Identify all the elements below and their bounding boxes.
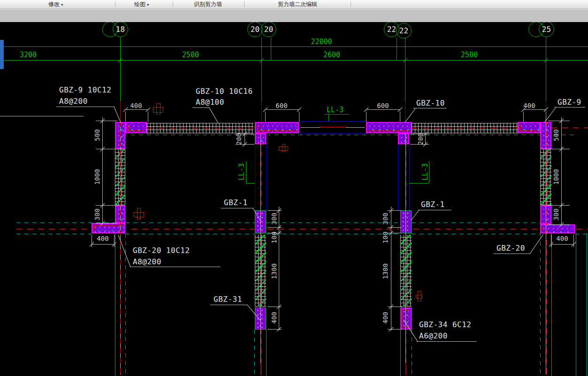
rebar-outline (542, 227, 573, 231)
label-underline (130, 267, 221, 267)
column-symbol-icon[interactable] (153, 103, 165, 115)
label-ll3-left[interactable]: LL-3 (238, 163, 245, 180)
label-underline (192, 107, 210, 108)
dim-extension (400, 112, 400, 122)
column-symbol-icon[interactable] (279, 144, 290, 153)
toolbar-separator (351, 1, 351, 7)
dim-text: 1300 (382, 263, 389, 279)
column-gbz10-right-stem[interactable] (398, 133, 409, 144)
dim-extension (96, 223, 117, 223)
wall-edge-cyan (400, 330, 401, 376)
dim-extension (548, 149, 570, 149)
menu-identify-label: 识别剪力墙 (194, 1, 222, 8)
label-underline (418, 210, 451, 210)
dim-line (366, 109, 400, 110)
dim-extension (388, 329, 402, 330)
wall-edge-cyan (115, 233, 115, 376)
label-gbz1-left[interactable]: GBZ-1 (224, 199, 248, 207)
grid-line-stub (261, 101, 262, 122)
label-ll3-top[interactable]: LL-3 (327, 106, 344, 114)
leader-line (530, 234, 543, 254)
corridor-dash-cyan (412, 234, 540, 234)
label-gbz9-right[interactable]: GBZ-9 (557, 98, 581, 107)
label-gbz31[interactable]: GBZ-31 (214, 295, 242, 304)
menu-identify-shearwall[interactable]: 识别剪力墙 (194, 0, 222, 8)
label-underline-green (246, 161, 246, 183)
label-gbz10-rebar[interactable]: A8@100 (196, 98, 224, 107)
wall-edge-cyan (587, 233, 587, 376)
label-gbz20[interactable]: GBZ-20 10C12 (133, 246, 190, 255)
dim-text: 400 (523, 102, 535, 109)
wall-edge-dash-cyan (412, 330, 412, 376)
dim-line (391, 207, 391, 330)
grid-line-18 (120, 38, 121, 101)
label-gbz34-rebar[interactable]: A6@200 (419, 332, 448, 340)
centerline-red (261, 122, 261, 375)
dim-extension (299, 112, 299, 122)
label-gbz10[interactable]: GBZ-10 10C16 (196, 87, 253, 96)
rebar-outline (257, 124, 297, 131)
leader-line (209, 107, 219, 123)
corridor-dash-cyan (16, 223, 115, 223)
grid-line-stub (120, 101, 121, 122)
menu-draw[interactable]: 绘图▾ (134, 0, 149, 8)
leader-line-green (409, 183, 429, 184)
dim-text: 300 (553, 208, 559, 220)
beam-edge-navy (267, 144, 267, 210)
dim-text: 400 (271, 312, 277, 323)
dim-text: 1000 (553, 169, 559, 185)
dim-extension (267, 210, 282, 211)
dim-extension (388, 210, 402, 211)
label-ll3-right[interactable]: LL-3 (422, 163, 429, 180)
label-gbz10-right[interactable]: GBZ-10 (416, 99, 445, 107)
column-symbol-icon[interactable] (134, 208, 146, 220)
grid-bubble-25[interactable]: 25 (539, 22, 554, 37)
dim-extension (96, 121, 117, 121)
wall-centerline-red (551, 127, 588, 128)
dim-extension (267, 307, 282, 307)
menu-modify[interactable]: 修改▾ (48, 0, 63, 8)
menu-shearwall-secondary-edit[interactable]: 剪力墙二次编辑 (278, 0, 317, 8)
beam-edge-navy (398, 144, 398, 210)
dim-line (551, 244, 573, 245)
label-gbz9[interactable]: GBZ-9 10C12 (59, 86, 111, 94)
dim-line (102, 117, 103, 224)
beam-edge-navy (409, 144, 410, 210)
column-gbz9-left-arm[interactable] (125, 122, 147, 133)
menu-secondary-edit-label: 剪力墙二次编辑 (278, 1, 317, 8)
toolbar: 修改▾ 绘图▾ 识别剪力墙 剪力墙二次编辑 (0, 0, 588, 9)
dim-segment: 3200 (20, 52, 37, 59)
dim-extension (366, 112, 367, 122)
cad-canvas[interactable]: 22000 3200 2500 2600 2500 18 20 20 22 22… (0, 22, 588, 376)
wall-hatch-top-left[interactable] (147, 123, 253, 133)
dim-text: 1300 (271, 263, 277, 279)
label-gbz9-rebar[interactable]: A8@200 (59, 97, 88, 106)
rebar-outline (94, 225, 123, 231)
dim-text: 400 (130, 102, 142, 109)
grid-bubble-20b[interactable]: 20 (261, 22, 276, 37)
dim-segment: 2500 (182, 52, 199, 59)
label-gbz20-right[interactable]: GBZ-20 (496, 244, 525, 253)
grid-bubble-22b[interactable]: 22 (396, 23, 412, 38)
column-gbz9-right-arm[interactable] (518, 122, 540, 133)
column-gbz10-left-arm[interactable] (255, 122, 299, 133)
column-symbol-icon[interactable] (416, 291, 424, 303)
corridor-dash-cyan (266, 223, 400, 223)
label-gbz34[interactable]: GBZ-34 6C12 (419, 321, 471, 329)
centerline-red (546, 122, 547, 375)
dim-extension (573, 235, 574, 247)
label-gbz20-rebar[interactable]: A8@200 (133, 258, 161, 266)
grid-line-25 (546, 38, 546, 101)
label-underline-green (429, 161, 429, 183)
wall-edge-dash-cyan (540, 233, 541, 376)
offscreen-label-underline (0, 116, 84, 116)
leader-line-green (328, 115, 329, 121)
toolbar-secondary (0, 9, 588, 22)
grid-bubble-18[interactable]: 18 (113, 22, 128, 37)
label-gbz1-right[interactable]: GBZ-1 (421, 200, 445, 209)
drawing-layer: 22000 3200 2500 2600 2500 18 20 20 22 22… (0, 0, 588, 376)
label-underline (413, 108, 447, 108)
corridor-dash-cyan (266, 234, 400, 234)
dim-extension (388, 307, 402, 307)
column-gbz10-right-arm[interactable] (366, 122, 412, 133)
